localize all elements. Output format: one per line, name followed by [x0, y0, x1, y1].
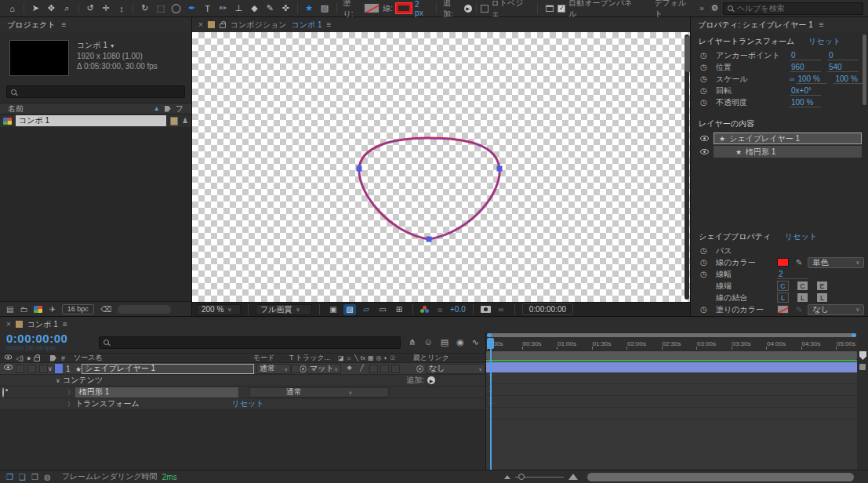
stopwatch-icon[interactable]: ◷	[700, 74, 710, 83]
properties-title[interactable]: プロパティ: シェイプレイヤー 1	[698, 20, 813, 31]
exposure-value[interactable]: +0.0	[450, 305, 466, 314]
region-of-interest-icon[interactable]: ▭	[376, 304, 389, 315]
timeline-horizontal-scrollbar[interactable]	[587, 473, 854, 481]
current-timecode[interactable]: 0:00:00:00	[6, 333, 91, 344]
project-search[interactable]	[6, 85, 185, 98]
fx-cell[interactable]	[369, 365, 378, 373]
show-snapshot-icon[interactable]: ∞	[495, 304, 507, 315]
project-tab[interactable]: プロジェクト	[7, 20, 55, 31]
panel-menu-icon[interactable]: ≡	[819, 20, 824, 29]
anchor-y-value[interactable]: 0	[827, 51, 859, 60]
contents-row[interactable]: ∨ コンテンツ 追加: ▶	[0, 375, 485, 387]
auto-open-checkbox[interactable]: ✓	[557, 5, 565, 13]
puppet-pin-tool[interactable]: ✜	[278, 2, 293, 16]
playhead-line[interactable]	[490, 339, 492, 470]
timeline-tab-name[interactable]: コンポ 1	[27, 319, 58, 330]
fill-type-dropdown[interactable]: なし	[808, 304, 864, 315]
timeline-search[interactable]	[99, 336, 401, 349]
layer-name-box[interactable]: シェイプレイヤー 1	[82, 364, 254, 374]
proxy-icon[interactable]: ✈	[49, 305, 55, 314]
anchor-x-value[interactable]: 0	[790, 51, 821, 60]
panel-menu-icon[interactable]: ≡	[327, 20, 332, 29]
time-navigator[interactable]	[486, 332, 857, 339]
composition-flowchart-icon[interactable]: ⋔	[409, 337, 416, 347]
cap-butt-button[interactable]: C	[777, 281, 789, 291]
vertex-left[interactable]	[357, 166, 362, 172]
add-menu-icon[interactable]: ▶	[464, 5, 472, 13]
snail-performance-icon[interactable]: ◍	[44, 473, 51, 481]
transparency-grid-icon[interactable]: ▨	[343, 304, 356, 315]
number-column-header[interactable]: #	[61, 354, 74, 362]
resolution-dropdown[interactable]: フル画質	[256, 304, 312, 315]
contents-label[interactable]: コンテンツ	[63, 375, 103, 386]
workspace-name[interactable]: デフォルト	[654, 0, 694, 20]
camera-tool[interactable]: ⬚	[153, 2, 168, 16]
blend-mode-dropdown[interactable]: 通常	[256, 364, 291, 374]
link-dimensions-icon[interactable]: ∞	[790, 75, 794, 83]
dolly-camera-tool[interactable]: ↕	[114, 2, 129, 16]
cap-projecting-button[interactable]: E	[816, 281, 828, 291]
shape-layer-name[interactable]: シェイプレイヤー 1	[729, 133, 800, 144]
grid-options-icon[interactable]: ▣	[327, 304, 340, 315]
stroke-color-swatch[interactable]	[777, 258, 789, 267]
parent-pickwhip-icon[interactable]	[416, 365, 423, 372]
workspace-settings-icon[interactable]: ⚙	[707, 2, 722, 16]
add-menu-icon[interactable]: ▶	[427, 376, 435, 384]
panel-label[interactable]: コンポジション	[231, 20, 287, 31]
home-tool[interactable]: ⌂	[5, 2, 20, 16]
layer-color-label[interactable]	[55, 364, 63, 373]
panel-menu-icon[interactable]: ≡	[61, 20, 66, 29]
timeline-track-area[interactable]: 0:00s00:30s 01:00s01:30s 02:00s02:30s 03…	[486, 332, 868, 470]
rotation-tool[interactable]: ↻	[137, 2, 152, 16]
navigator-start-handle[interactable]	[487, 333, 492, 337]
join-miter-button[interactable]: L	[777, 292, 789, 303]
pen-tool[interactable]: ✒	[184, 2, 199, 16]
pan-camera-tool[interactable]: ✛	[99, 2, 114, 16]
stopwatch-icon[interactable]: ◷	[700, 246, 710, 255]
zoom-slider-knob[interactable]	[518, 474, 525, 480]
stopwatch-icon[interactable]: ◷	[700, 63, 710, 71]
transparency-grid-icon[interactable]: ▨	[318, 2, 332, 16]
delete-icon[interactable]: ⌫	[100, 305, 111, 314]
motion-blur-cell[interactable]	[391, 365, 400, 373]
source-name-column-header[interactable]: ソース名	[74, 353, 253, 363]
interpret-footage-icon[interactable]: ▤	[6, 305, 13, 314]
preview-timecode[interactable]: 0:00:00:00	[522, 303, 573, 315]
lock-icon[interactable]	[220, 24, 226, 28]
ellipse-blend-dropdown[interactable]: 通常	[249, 387, 389, 398]
snapshot-icon[interactable]	[481, 306, 491, 313]
stopwatch-icon[interactable]: ◷	[700, 270, 710, 278]
vertex-bottom[interactable]	[427, 237, 432, 242]
frame-blend-cell[interactable]	[380, 365, 389, 373]
parent-link-column-header[interactable]: 親とリンク	[413, 353, 485, 363]
star-icon[interactable]: ★	[302, 2, 317, 16]
parent-dropdown[interactable]: なし	[426, 364, 485, 374]
position-y-value[interactable]: 540	[827, 63, 859, 72]
solo-cell[interactable]	[27, 365, 36, 373]
close-icon[interactable]: ×	[6, 320, 11, 329]
guides-icon[interactable]: ⊞	[393, 304, 405, 315]
project-item-row[interactable]: コンポ 1 ♟	[0, 114, 191, 127]
ellipse-tool[interactable]: ◯	[169, 2, 183, 16]
scale-y-value[interactable]: 100 %	[833, 74, 865, 84]
zoom-in-mountain-icon[interactable]	[568, 474, 578, 480]
exposure-icon[interactable]: ☼	[434, 304, 446, 315]
type-tool[interactable]: T	[200, 2, 215, 16]
stopwatch-icon[interactable]: ◷	[700, 51, 710, 60]
trkmat-pickwhip-icon[interactable]	[300, 365, 307, 372]
fill-swatch[interactable]	[364, 3, 380, 13]
flowchart-pill[interactable]	[118, 305, 171, 314]
channel-icon[interactable]	[420, 306, 430, 314]
properties-scrollbar[interactable]	[863, 34, 866, 105]
eraser-tool[interactable]: ◆	[247, 2, 262, 16]
transform-label[interactable]: トランスフォーム	[75, 398, 140, 409]
selection-tool[interactable]: ➤	[28, 2, 43, 16]
trkmat-column-header[interactable]: T トラック...	[289, 353, 338, 363]
visibility-eye-icon[interactable]	[700, 149, 709, 154]
sort-ascending-icon[interactable]: ▲	[154, 105, 160, 112]
new-composition-icon[interactable]	[34, 306, 42, 313]
rotobezier-checkbox[interactable]	[481, 5, 488, 13]
fill-color-swatch[interactable]	[777, 305, 789, 314]
name-column-header[interactable]: 名前	[8, 104, 24, 114]
visibility-eye-icon[interactable]	[700, 136, 709, 141]
